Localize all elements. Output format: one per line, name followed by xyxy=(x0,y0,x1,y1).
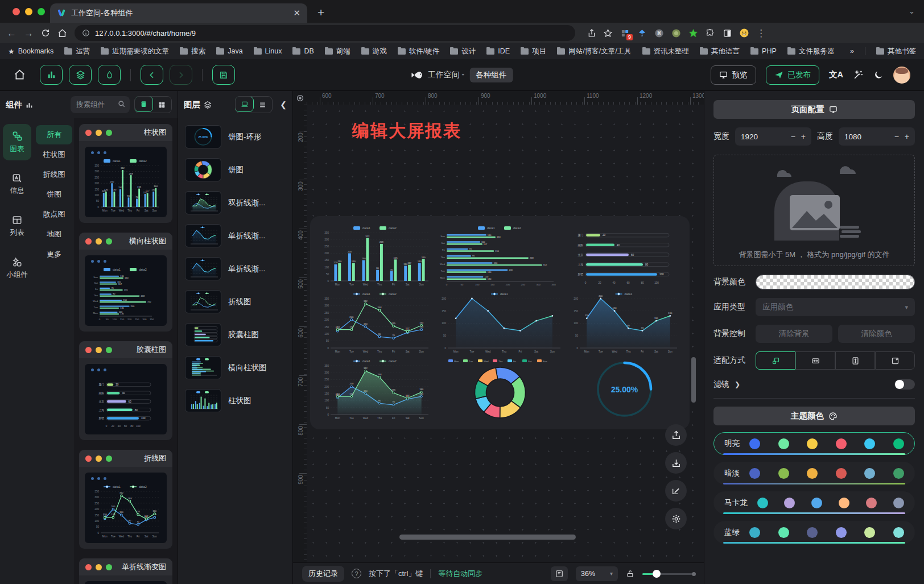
redo-button[interactable] xyxy=(170,65,192,85)
category-地图[interactable]: 地图 xyxy=(36,225,72,244)
extension-kite-icon[interactable] xyxy=(637,28,647,38)
bookmark-item[interactable]: Linux xyxy=(254,47,282,56)
component-search[interactable] xyxy=(71,96,130,113)
canvas-chart-bar-grouped[interactable]: data1data2050100150200250300350MonTueWed… xyxy=(317,223,434,289)
profile-emoji-icon[interactable] xyxy=(739,28,749,38)
fit-height-button[interactable] xyxy=(835,351,875,370)
bookmark-item[interactable]: 前端 xyxy=(325,47,350,56)
theme-option-马卡龙[interactable]: 马卡龙 xyxy=(713,491,915,514)
fit-auto-button[interactable] xyxy=(756,351,795,370)
back-icon[interactable]: ← xyxy=(7,28,16,38)
category-所有[interactable]: 所有 xyxy=(36,125,72,144)
category-散点图[interactable]: 散点图 xyxy=(36,205,72,224)
url-bar[interactable]: 127.0.0.1:3000/#/chart/home/9 xyxy=(75,25,575,41)
bookmark-item[interactable]: 文件服务器 xyxy=(787,47,835,56)
extension-capture-icon[interactable] xyxy=(722,28,732,38)
new-tab-button[interactable]: + xyxy=(317,6,324,23)
dark-mode-moon-icon[interactable] xyxy=(873,70,884,80)
list-view-toggle[interactable] xyxy=(253,97,272,113)
width-plus-button[interactable]: + xyxy=(801,132,806,141)
module-tab-图表[interactable]: 图表 xyxy=(3,124,31,160)
bookmark-item[interactable]: Java xyxy=(216,47,242,56)
import-button[interactable] xyxy=(665,452,687,474)
settings-gear-icon[interactable] xyxy=(665,508,687,529)
extension-command-icon[interactable]: ⌘ xyxy=(654,28,664,38)
other-bookmarks[interactable]: 其他书签 xyxy=(876,47,916,56)
share-icon[interactable] xyxy=(587,28,596,38)
fit-width-button[interactable] xyxy=(795,351,835,370)
layer-item-胶囊柱图[interactable]: 胶囊柱图 xyxy=(185,323,286,346)
height-minus-button[interactable]: − xyxy=(894,132,899,141)
bg-color-swatch[interactable] xyxy=(756,275,915,289)
bookmarks-manager[interactable]: ★ Bookmarks xyxy=(8,47,53,56)
magic-wand-icon[interactable] xyxy=(853,69,864,80)
tab-close-icon[interactable]: ✕ xyxy=(293,8,300,18)
bookmark-item[interactable]: 近期需要读的文章 xyxy=(101,47,169,56)
zoom-slider[interactable] xyxy=(642,570,695,578)
publish-button[interactable]: 已发布 xyxy=(766,65,820,85)
height-stepper[interactable]: 1080 −+ xyxy=(839,127,915,146)
canvas-chart-line-double[interactable]: data1data2050100150200250300350MonTueWed… xyxy=(317,289,434,356)
save-button[interactable] xyxy=(212,65,235,85)
component-card-柱状图[interactable]: 柱状图data1data2050100150200250300350MonTue… xyxy=(79,124,172,223)
layout-notes-button[interactable] xyxy=(551,566,568,581)
extensions-puzzle-icon[interactable] xyxy=(705,28,715,38)
collapse-panel-chevron-icon[interactable]: ❮ xyxy=(280,100,287,109)
canvas-chart-capsule[interactable]: 厦门20南阳40北京60上海80新疆100020406080100 xyxy=(566,223,683,289)
bookmarks-overflow-chevron[interactable]: » xyxy=(850,47,854,55)
history-button[interactable]: 历史记录 xyxy=(302,566,344,582)
extension-star-icon[interactable] xyxy=(688,28,698,38)
bookmark-item[interactable]: 项目 xyxy=(521,47,546,56)
clear-background-button[interactable]: 清除背景 xyxy=(756,325,832,343)
extension-olive-icon[interactable] xyxy=(671,28,681,38)
bookmark-item[interactable]: 资讯未整理 xyxy=(642,47,690,56)
background-upload-dropzone[interactable]: 背景图需小于 5M ， 格式为 png/jpg/gif 的文件 xyxy=(713,155,915,266)
module-tab-信息[interactable]: 信息 xyxy=(3,166,31,202)
zoom-select[interactable]: 36%▾ xyxy=(576,566,618,581)
lock-open-icon[interactable] xyxy=(626,569,634,578)
canvas-chart-line-gradient-area[interactable]: data1050100150200MonTueWedThuFriSatSun12… xyxy=(566,289,683,356)
canvas-chart-progress-ring[interactable]: 25.00% xyxy=(566,356,683,423)
bookmark-item[interactable]: 其他语言 xyxy=(700,47,740,56)
extension-adblock-icon[interactable]: 9 xyxy=(620,28,630,38)
home-icon[interactable] xyxy=(57,28,67,38)
theme-option-蓝绿[interactable]: 蓝绿 xyxy=(713,521,915,544)
thumbnail-view-toggle[interactable] xyxy=(235,96,254,112)
dashboard-widget[interactable]: data1data2050100150200250300350MonTueWed… xyxy=(310,216,690,429)
chevron-right-icon[interactable]: ❯ xyxy=(735,380,740,388)
layer-item-折线图[interactable]: 折线图 xyxy=(185,290,286,313)
bookmark-item[interactable]: 运营 xyxy=(64,47,90,56)
component-card-横向柱状图[interactable]: 横向柱状图data1data2050100150200250300350Sun1… xyxy=(79,233,172,332)
slider-knob[interactable] xyxy=(653,570,661,578)
category-饼图[interactable]: 饼图 xyxy=(36,185,72,204)
canvas-page-title[interactable]: 编辑大屏报表 xyxy=(352,119,461,143)
module-tab-列表[interactable]: 列表 xyxy=(3,208,31,245)
canvas-surface[interactable]: 编辑大屏报表 data1data2050100150200250300350Mo… xyxy=(307,105,704,562)
url-text[interactable]: 127.0.0.1:3000/#/chart/home/9 xyxy=(95,29,196,38)
horizontal-scrollbar[interactable] xyxy=(399,535,576,540)
browser-menu-icon[interactable]: ⋮ xyxy=(756,28,766,38)
edit-button[interactable] xyxy=(665,480,687,502)
close-window-button[interactable] xyxy=(13,8,20,15)
layer-item-横向柱状图[interactable]: 横向柱状图 xyxy=(185,356,286,379)
width-stepper[interactable]: 1920 −+ xyxy=(735,127,811,146)
undo-button[interactable] xyxy=(141,65,163,85)
bookmark-star-icon[interactable] xyxy=(603,28,613,38)
component-card-单折线渐变图[interactable]: 单折线渐变图data1050100150200MonTueWedThuFriSa… xyxy=(79,558,172,584)
export-button[interactable] xyxy=(665,424,687,446)
app-home-icon[interactable] xyxy=(14,69,26,81)
layer-item-单折线渐...[interactable]: 单折线渐... xyxy=(185,224,286,247)
category-折线图[interactable]: 折线图 xyxy=(36,165,72,184)
theme-option-暗淡[interactable]: 暗淡 xyxy=(713,462,915,484)
tab-search-chevron-icon[interactable]: ⌄ xyxy=(909,7,915,15)
grid-view-toggle[interactable] xyxy=(152,97,171,113)
module-tab-小组件[interactable]: 小组件 xyxy=(3,250,31,287)
theme-option-明亮[interactable]: 明亮 xyxy=(713,432,915,455)
canvas-chart-pie-ring[interactable]: MonTueWedThuFriSatSun xyxy=(434,356,566,423)
bookmark-item[interactable]: PHP xyxy=(750,47,777,56)
app-type-select[interactable]: 应用颜色▾ xyxy=(756,298,915,316)
language-icon[interactable]: 文A xyxy=(829,69,843,80)
canvas-chart-line-gradient-single[interactable]: data1050100150200MonTueWedThuFriSatSun xyxy=(434,289,566,356)
bookmark-item[interactable]: 设计 xyxy=(450,47,476,56)
bookmark-item[interactable]: 搜索 xyxy=(180,47,205,56)
